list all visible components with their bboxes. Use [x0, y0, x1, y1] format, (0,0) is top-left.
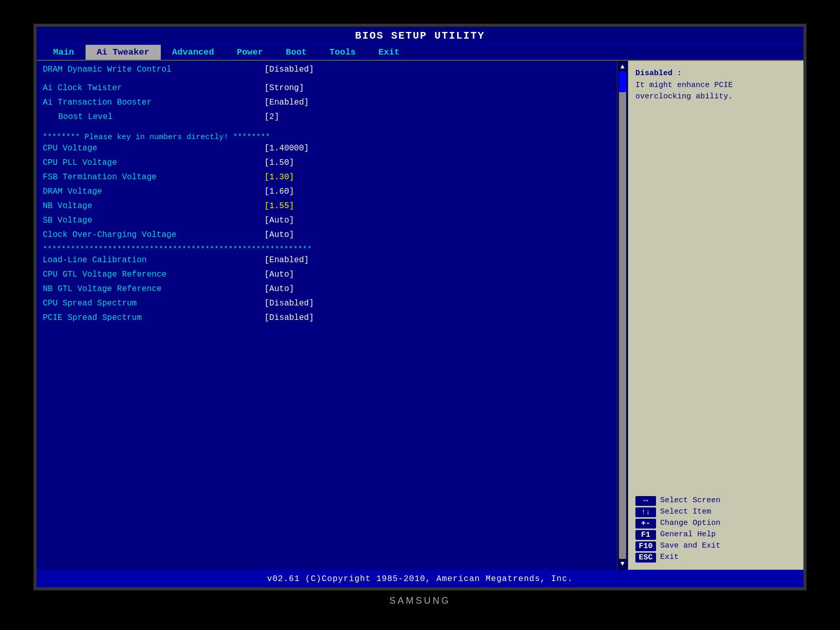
nav-ai-tweaker[interactable]: Ai Tweaker — [86, 45, 161, 60]
setting-value: [2] — [264, 112, 279, 122]
setting-value: [1.40000] — [264, 144, 309, 153]
setting-name: SB Voltage — [43, 216, 259, 225]
key-plus-minus: +- — [635, 519, 656, 529]
table-row[interactable]: NB Voltage [1.55] — [43, 201, 611, 215]
key-desc-general-help: General Help — [660, 530, 716, 540]
setting-name: PCIE Spread Spectrum — [43, 313, 259, 322]
info-line-1: It might enhance PCIE — [635, 81, 733, 90]
nav-power[interactable]: Power — [225, 45, 274, 60]
key-row-f10: F10 Save and Exit — [635, 541, 796, 551]
setting-name: NB GTL Voltage Reference — [43, 284, 259, 294]
table-row[interactable]: CPU Spread Spectrum [Disabled] — [43, 299, 611, 312]
scroll-down-arrow[interactable]: ▼ — [620, 559, 625, 569]
key-arrows-lr: ↔ — [635, 496, 656, 506]
key-desc-exit: Exit — [660, 553, 679, 563]
key-desc-change-option: Change Option — [660, 519, 720, 529]
setting-name: DRAM Voltage — [43, 187, 259, 196]
setting-value: [Enabled] — [264, 98, 309, 107]
info-title: Disabled : — [635, 69, 682, 78]
setting-value: [Disabled] — [264, 299, 314, 308]
table-row[interactable]: FSB Termination Voltage [1.30] — [43, 173, 611, 186]
setting-value: [Disabled] — [264, 313, 314, 322]
setting-name: CPU Voltage — [43, 144, 259, 153]
brand-label: SAMSUNG — [389, 595, 450, 606]
key-row-f1: F1 General Help — [635, 530, 796, 540]
setting-value: [Enabled] — [264, 256, 309, 265]
key-desc-select-screen: Select Screen — [660, 496, 720, 506]
setting-name: Boost Level — [43, 112, 259, 122]
key-desc-select-item: Select Item — [660, 507, 711, 517]
settings-list: DRAM Dynamic Write Control [Disabled] Ai… — [43, 65, 611, 566]
key-arrows-ud: ↑↓ — [635, 507, 656, 517]
right-panel: Disabled : It might enhance PCIE overclo… — [628, 61, 803, 570]
setting-name: Ai Clock Twister — [43, 83, 259, 93]
setting-value: [Auto] — [264, 270, 294, 279]
nav-advanced[interactable]: Advanced — [161, 45, 226, 60]
setting-name: CPU PLL Voltage — [43, 158, 259, 167]
table-row[interactable]: SB Voltage [Auto] — [43, 216, 611, 229]
notice-text: ******** Please key in numbers directly!… — [43, 133, 270, 142]
setting-value: [Auto] — [264, 284, 294, 294]
scrollbar[interactable]: ▲ ▼ — [617, 61, 628, 570]
table-row[interactable]: Clock Over-Charging Voltage [Auto] — [43, 230, 611, 244]
table-row[interactable]: DRAM Voltage [1.60] — [43, 187, 611, 200]
table-row[interactable]: CPU GTL Voltage Reference [Auto] — [43, 270, 611, 283]
key-esc: ESC — [635, 553, 656, 563]
nav-boot[interactable]: Boot — [274, 45, 318, 60]
setting-value: [1.50] — [264, 158, 294, 167]
scrollbar-thumb — [619, 72, 626, 92]
key-f1: F1 — [635, 530, 656, 540]
scroll-up-arrow[interactable]: ▲ — [620, 62, 625, 72]
setting-name: Load-Line Calibration — [43, 256, 259, 265]
key-row-select-item: ↑↓ Select Item — [635, 507, 796, 517]
divider-text: ****************************************… — [43, 245, 312, 254]
setting-name: Ai Transaction Booster — [43, 98, 259, 107]
table-row[interactable]: NB GTL Voltage Reference [Auto] — [43, 284, 611, 298]
table-row[interactable]: DRAM Dynamic Write Control [Disabled] — [43, 65, 611, 78]
setting-value: [Auto] — [264, 216, 294, 225]
title-bar: BIOS SETUP UTILITY — [37, 27, 803, 45]
table-row[interactable]: Load-Line Calibration [Enabled] — [43, 256, 611, 269]
key-help: ↔ Select Screen ↑↓ Select Item +- Change… — [635, 496, 796, 563]
info-line-2: overclocking ability. — [635, 92, 733, 101]
setting-name: FSB Termination Voltage — [43, 173, 259, 182]
table-row[interactable]: Boost Level [2] — [43, 112, 611, 126]
setting-name: NB Voltage — [43, 201, 259, 211]
setting-value: [1.55] — [264, 201, 294, 211]
main-content: DRAM Dynamic Write Control [Disabled] Ai… — [37, 61, 803, 570]
divider-row: ****************************************… — [43, 245, 611, 254]
setting-value: [1.30] — [264, 173, 294, 182]
nav-bar: Main Ai Tweaker Advanced Power Boot Tool… — [37, 45, 803, 61]
setting-name: CPU GTL Voltage Reference — [43, 270, 259, 279]
setting-name: DRAM Dynamic Write Control — [43, 65, 259, 74]
table-row[interactable]: PCIE Spread Spectrum [Disabled] — [43, 313, 611, 327]
bios-title: BIOS SETUP UTILITY — [355, 30, 485, 42]
table-row[interactable]: Ai Transaction Booster [Enabled] — [43, 98, 611, 111]
key-row-change-option: +- Change Option — [635, 519, 796, 529]
left-panel: DRAM Dynamic Write Control [Disabled] Ai… — [37, 61, 617, 570]
notice-row: ******** Please key in numbers directly!… — [43, 133, 611, 142]
setting-value: [Disabled] — [264, 65, 314, 74]
key-f10: F10 — [635, 541, 656, 551]
status-bar: v02.61 (C)Copyright 1985-2010, American … — [37, 570, 803, 587]
setting-name: Clock Over-Charging Voltage — [43, 230, 259, 240]
setting-value: [Auto] — [264, 230, 294, 240]
status-text: v02.61 (C)Copyright 1985-2010, American … — [267, 574, 573, 584]
setting-value: [Strong] — [264, 83, 304, 93]
bios-window: BIOS SETUP UTILITY Main Ai Tweaker Advan… — [33, 24, 807, 590]
nav-tools[interactable]: Tools — [318, 45, 367, 60]
setting-name: CPU Spread Spectrum — [43, 299, 259, 308]
scrollbar-track — [619, 72, 626, 559]
table-row[interactable]: CPU Voltage [1.40000] — [43, 144, 611, 157]
nav-main[interactable]: Main — [42, 45, 86, 60]
key-row-esc: ESC Exit — [635, 553, 796, 563]
table-row[interactable]: CPU PLL Voltage [1.50] — [43, 158, 611, 172]
info-panel: Disabled : It might enhance PCIE overclo… — [635, 68, 796, 103]
table-row[interactable]: Ai Clock Twister [Strong] — [43, 83, 611, 97]
nav-exit[interactable]: Exit — [367, 45, 411, 60]
setting-value: [1.60] — [264, 187, 294, 196]
key-row-select-screen: ↔ Select Screen — [635, 496, 796, 506]
key-desc-save-exit: Save and Exit — [660, 541, 720, 551]
